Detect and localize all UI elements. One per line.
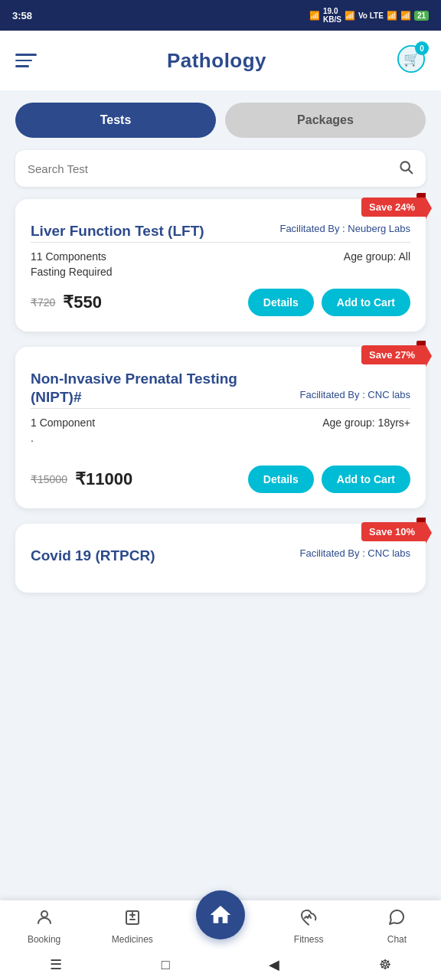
status-right: 📶 19.0KB/S 📶 Vo LTE 📶 📶 21 — [309, 7, 429, 24]
header: Pathology 🛒 0 — [0, 31, 441, 90]
android-home-btn[interactable]: □ — [162, 957, 170, 973]
nav-fitness[interactable]: Fitness — [265, 908, 353, 945]
card-meta-lft: 11 Components Age group: All — [31, 250, 410, 263]
nav-home[interactable] — [176, 906, 264, 939]
save-badge-nipt: Save 27% — [361, 345, 426, 364]
menu-button[interactable] — [15, 54, 37, 67]
search-icon[interactable] — [398, 159, 413, 178]
nav-medicines[interactable]: Medicines — [88, 908, 176, 945]
cart-button[interactable]: 🛒 0 — [397, 44, 426, 77]
age-group-nipt: Age group: 18yrs+ — [322, 416, 410, 429]
save-badge-covid: Save 10% — [361, 522, 426, 541]
booking-label: Booking — [28, 934, 60, 945]
android-accessibility-btn[interactable]: ☸ — [379, 956, 391, 973]
details-button-nipt[interactable]: Details — [248, 466, 314, 493]
chat-icon — [387, 908, 406, 931]
cards-container: Save 24% Liver Function Test (LFT) Facil… — [0, 199, 441, 668]
price-row-lft: ₹720 ₹550 Details Add to Cart — [31, 289, 410, 316]
bottom-nav: Booking Medicines Fitness — [0, 900, 441, 949]
tab-tests[interactable]: Tests — [15, 103, 216, 138]
nav-chat[interactable]: Chat — [353, 908, 441, 945]
page-title: Pathology — [167, 49, 266, 73]
svg-line-3 — [409, 170, 413, 174]
old-price-nipt: ₹15000 — [31, 473, 67, 485]
fasting-nipt: . — [31, 432, 410, 444]
test-card-covid: Save 10% Covid 19 (RTPCR) Facilitated By… — [15, 524, 426, 593]
price-row-nipt: ₹15000 ₹11000 Details Add to Cart — [31, 466, 410, 493]
nav-booking[interactable]: Booking — [0, 908, 88, 945]
booking-icon — [35, 908, 54, 931]
network-label: Vo LTE — [358, 11, 384, 20]
tab-packages[interactable]: Packages — [225, 103, 426, 138]
facilitated-by-nipt: Facilitated By : CNC labs — [31, 389, 410, 400]
divider — [31, 242, 410, 243]
components-lft: 11 Components — [31, 250, 106, 263]
tab-container: Tests Packages — [0, 90, 441, 150]
android-nav-bar: ☰ □ ◀ ☸ — [0, 949, 441, 980]
cart-count: 0 — [415, 41, 429, 55]
new-price-lft: ₹550 — [63, 292, 102, 312]
save-badge-lft: Save 24% — [361, 198, 426, 217]
test-card-lft: Save 24% Liver Function Test (LFT) Facil… — [15, 199, 426, 332]
add-to-cart-button-lft[interactable]: Add to Cart — [322, 289, 410, 316]
battery-indicator: 21 — [414, 11, 429, 21]
status-time: 3:58 — [12, 10, 32, 21]
svg-point-4 — [41, 911, 47, 917]
chat-label: Chat — [387, 934, 407, 945]
test-card-nipt: Save 27% Non-Invasive Prenatal Testing (… — [15, 347, 426, 508]
fitness-label: Fitness — [294, 934, 324, 945]
search-box — [15, 150, 426, 187]
search-input[interactable] — [28, 162, 390, 175]
age-group-lft: Age group: All — [344, 250, 410, 263]
status-bar: 3:58 📶 19.0KB/S 📶 Vo LTE 📶 📶 21 — [0, 0, 441, 31]
android-back-btn[interactable]: ◀ — [269, 956, 279, 973]
medicines-icon — [123, 908, 142, 931]
add-to-cart-button-nipt[interactable]: Add to Cart — [322, 466, 410, 493]
details-button-lft[interactable]: Details — [248, 289, 314, 316]
old-price-lft: ₹720 — [31, 296, 55, 309]
search-container — [0, 150, 441, 199]
medicines-label: Medicines — [112, 934, 153, 945]
card-meta-nipt: 1 Component Age group: 18yrs+ — [31, 416, 410, 429]
fitness-icon — [299, 908, 318, 931]
new-price-nipt: ₹11000 — [75, 469, 132, 489]
home-fab-button[interactable] — [196, 890, 245, 939]
home-icon — [208, 903, 233, 927]
android-menu-btn[interactable]: ☰ — [50, 956, 62, 973]
components-nipt: 1 Component — [31, 416, 95, 429]
divider — [31, 408, 410, 409]
fasting-lft: Fasting Required — [31, 266, 410, 278]
